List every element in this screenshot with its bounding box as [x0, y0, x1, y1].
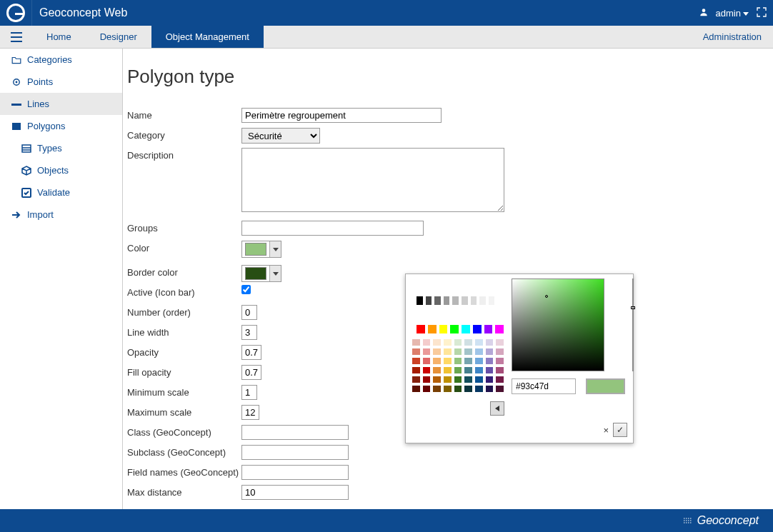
border-color-picker-button[interactable]	[241, 265, 281, 282]
palette-cell[interactable]	[454, 385, 463, 393]
palette-cell[interactable]	[412, 357, 421, 365]
palette-cell[interactable]	[454, 348, 463, 356]
groups-field[interactable]	[241, 221, 424, 236]
sidebar-item-points[interactable]: Points	[0, 71, 122, 93]
palette-cell[interactable]	[416, 296, 424, 306]
palette-cell[interactable]	[474, 338, 484, 346]
palette-cell[interactable]	[432, 338, 442, 346]
active-checkbox[interactable]	[241, 285, 251, 294]
palette-cell[interactable]	[422, 385, 432, 393]
close-button[interactable]: ×	[603, 425, 609, 436]
tab-administration[interactable]: Administration	[692, 26, 773, 48]
palette-cell[interactable]	[412, 376, 421, 383]
palette-cell[interactable]	[464, 348, 473, 356]
palette-cell[interactable]	[427, 324, 437, 334]
palette-cell[interactable]	[495, 348, 504, 356]
palette-cell[interactable]	[432, 376, 442, 383]
opacity-field[interactable]	[241, 345, 261, 360]
category-select[interactable]: Sécurité	[241, 128, 320, 144]
palette-cell[interactable]	[443, 296, 451, 306]
sidebar-item-categories[interactable]: Categories	[0, 49, 122, 71]
palette-cell[interactable]	[485, 385, 494, 393]
palette-cell[interactable]	[474, 366, 484, 374]
fullscreen-icon[interactable]	[756, 6, 767, 20]
palette-cell[interactable]	[494, 324, 504, 334]
sidebar-item-objects[interactable]: Objects	[0, 159, 122, 181]
palette-cell[interactable]	[470, 296, 478, 306]
palette-cell[interactable]	[422, 357, 432, 365]
palette-cell[interactable]	[422, 376, 432, 383]
palette-cell[interactable]	[485, 376, 494, 383]
palette-cell[interactable]	[464, 366, 473, 374]
menu-toggle-icon[interactable]	[0, 26, 32, 48]
palette-cell[interactable]	[449, 324, 459, 334]
palette-cell[interactable]	[461, 324, 471, 334]
app-logo[interactable]	[0, 0, 32, 26]
palette-cell[interactable]	[454, 376, 463, 383]
palette-cell[interactable]	[479, 296, 487, 306]
palette-cell[interactable]	[495, 338, 504, 346]
palette-cell[interactable]	[484, 324, 494, 334]
color-picker-button[interactable]	[241, 241, 281, 258]
sidebar-item-polygons[interactable]: Polygons	[0, 115, 122, 137]
user-menu[interactable]: admin	[716, 8, 749, 19]
fill-opacity-field[interactable]	[241, 365, 261, 380]
min-scale-field[interactable]	[241, 385, 257, 400]
palette-cell[interactable]	[454, 366, 463, 374]
palette-cell[interactable]	[443, 348, 452, 356]
palette-cell[interactable]	[488, 296, 496, 306]
line-width-field[interactable]	[241, 325, 257, 340]
palette-cell[interactable]	[495, 357, 504, 365]
palette-cell[interactable]	[422, 366, 432, 374]
number-field[interactable]	[241, 305, 257, 320]
palette-cell[interactable]	[485, 357, 494, 365]
name-field[interactable]	[241, 108, 442, 123]
field-names-field[interactable]	[241, 465, 349, 480]
sidebar-item-import[interactable]: Import	[0, 204, 122, 226]
palette-cell[interactable]	[464, 376, 473, 383]
palette-cell[interactable]	[422, 348, 432, 356]
palette-cell[interactable]	[452, 296, 459, 306]
palette-cell[interactable]	[497, 296, 504, 306]
collapse-palette-button[interactable]	[490, 401, 504, 416]
max-scale-field[interactable]	[241, 405, 259, 420]
max-distance-field[interactable]	[241, 485, 349, 500]
palette-cell[interactable]	[443, 357, 452, 365]
palette-cell[interactable]	[474, 348, 484, 356]
palette-cell[interactable]	[443, 376, 452, 383]
tab-designer[interactable]: Designer	[86, 26, 151, 48]
palette-cell[interactable]	[443, 385, 452, 393]
hue-slider[interactable]	[632, 278, 634, 371]
sidebar-item-lines[interactable]: Lines	[0, 93, 122, 115]
palette-cell[interactable]	[412, 338, 421, 346]
sidebar-item-validate[interactable]: Validate	[0, 181, 122, 204]
palette-cell[interactable]	[464, 338, 473, 346]
sv-gradient-area[interactable]	[512, 278, 604, 371]
palette-cell[interactable]	[464, 357, 473, 365]
palette-cell[interactable]	[454, 357, 463, 365]
palette-cell[interactable]	[474, 385, 484, 393]
palette-cell[interactable]	[474, 357, 484, 365]
palette-cell[interactable]	[439, 324, 449, 334]
palette-cell[interactable]	[412, 348, 421, 356]
palette-cell[interactable]	[485, 348, 494, 356]
palette-cell[interactable]	[432, 385, 442, 393]
palette-cell[interactable]	[474, 376, 484, 383]
palette-cell[interactable]	[416, 324, 426, 334]
palette-cell[interactable]	[485, 366, 494, 374]
palette-cell[interactable]	[495, 376, 504, 383]
palette-cell[interactable]	[443, 366, 452, 374]
hex-input[interactable]	[512, 378, 576, 394]
palette-cell[interactable]	[412, 366, 421, 374]
palette-cell[interactable]	[495, 366, 504, 374]
palette-cell[interactable]	[425, 296, 433, 306]
palette-cell[interactable]	[495, 385, 504, 393]
palette-cell[interactable]	[464, 385, 473, 393]
class-field[interactable]	[241, 425, 349, 440]
palette-cell[interactable]	[472, 324, 482, 334]
palette-cell[interactable]	[485, 338, 494, 346]
confirm-button[interactable]: ✓	[613, 423, 627, 437]
palette-cell[interactable]	[422, 338, 432, 346]
palette-cell[interactable]	[432, 357, 442, 365]
tab-home[interactable]: Home	[32, 26, 86, 48]
